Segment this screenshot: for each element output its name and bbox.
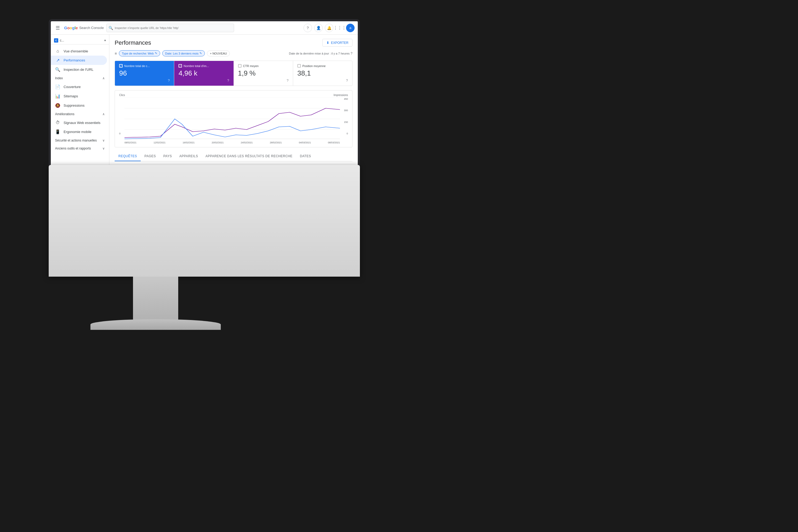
metric-checkbox-ctr[interactable] bbox=[238, 64, 242, 68]
sidebar-label-ergonomie: Ergonomie mobile bbox=[63, 130, 92, 134]
monitor-shell bbox=[49, 165, 360, 277]
add-filter-button[interactable]: + NOUVEAU bbox=[207, 51, 230, 56]
metric-value-position: 38,1 bbox=[298, 69, 348, 77]
tab-dates-label: DATES bbox=[300, 154, 311, 158]
accounts-button[interactable]: 👤 bbox=[314, 24, 323, 32]
metric-card-position[interactable]: Position moyenne 38,1 ? bbox=[293, 61, 352, 86]
securite-section-label: Sécurité et actions manuelles bbox=[55, 138, 97, 142]
securite-section-header[interactable]: Sécurité et actions manuelles ∨ bbox=[51, 136, 109, 145]
metric-value-ctr: 1,9 % bbox=[238, 69, 289, 77]
info-icon[interactable]: ? bbox=[350, 52, 353, 55]
tab-pages[interactable]: PAGES bbox=[141, 152, 159, 161]
sidebar-item-inspection-url[interactable]: 🔍 Inspection de l'URL bbox=[51, 65, 107, 74]
chart-y-left-0: 0 bbox=[119, 132, 125, 135]
notifications-button[interactable]: 🔔 bbox=[325, 24, 333, 32]
sidebar-label-vue-ensemble: Vue d'ensemble bbox=[63, 49, 88, 53]
brand-logo: Google Search Console bbox=[64, 25, 104, 30]
ameliorations-section-header[interactable]: Améliorations ∧ bbox=[51, 110, 109, 118]
metric-card-ctr[interactable]: CTR moyen 1,9 % ? bbox=[234, 61, 293, 86]
hamburger-icon[interactable]: ☰ bbox=[54, 23, 61, 33]
metric-header-ctr: CTR moyen bbox=[238, 64, 289, 68]
metric-value-clics: 96 bbox=[119, 69, 170, 77]
sidebar-item-couverture[interactable]: 📄 Couverture bbox=[51, 82, 107, 92]
trending-icon: ↗ bbox=[55, 58, 60, 63]
monitor-frame: ☰ Google Search Console 🔍 ? 👤 🔔 ⋮⋮⋮ a bbox=[49, 19, 360, 171]
metric-header-clics: ✓ Nombre total de c... bbox=[119, 64, 170, 68]
index-section-header[interactable]: Index ∧ bbox=[51, 74, 109, 82]
sidebar: C c... ▾ ⌂ Vue d'ensemble ↗ Performances… bbox=[51, 35, 109, 169]
chart-x-labels: 08/02/2021 12/02/2021 16/02/2021 20/02/2… bbox=[125, 141, 340, 144]
export-label: EXPORTER bbox=[331, 41, 348, 45]
content-header: Performances ⬇ EXPORTER bbox=[115, 39, 353, 46]
site-icon: C bbox=[54, 38, 58, 42]
nav-icons: ? 👤 🔔 ⋮⋮⋮ a bbox=[304, 24, 355, 32]
chart-axis-labels: Clics Impressions bbox=[119, 94, 348, 97]
tab-pages-label: PAGES bbox=[145, 154, 156, 158]
chart-area: 450 300 150 0 0 bbox=[119, 98, 348, 140]
export-button[interactable]: ⬇ EXPORTER bbox=[322, 39, 353, 46]
sidebar-item-performances[interactable]: ↗ Performances bbox=[51, 56, 107, 65]
monitor-stand-neck bbox=[133, 277, 178, 324]
add-filter-label: + NOUVEAU bbox=[210, 52, 227, 55]
tab-appareils[interactable]: APPAREILS bbox=[175, 152, 202, 161]
metric-header-position: Position moyenne bbox=[298, 64, 348, 68]
tabs-row: REQUÊTES PAGES PAYS APPAREILS APPARENCE … bbox=[115, 152, 353, 162]
metric-checkbox-clics[interactable]: ✓ bbox=[119, 64, 122, 68]
x-label-5: 28/02/2021 bbox=[270, 141, 282, 144]
x-label-2: 16/02/2021 bbox=[183, 141, 195, 144]
sidebar-item-vue-ensemble[interactable]: ⌂ Vue d'ensemble bbox=[51, 46, 107, 56]
tab-dates[interactable]: DATES bbox=[296, 152, 315, 161]
site-dropdown-arrow[interactable]: ▾ bbox=[104, 39, 106, 42]
chart-right-label: Impressions bbox=[334, 94, 348, 97]
edit-icon-search: ✎ bbox=[155, 52, 157, 55]
search-input[interactable] bbox=[107, 24, 234, 32]
sidebar-item-sitemaps[interactable]: 📊 Sitemaps bbox=[51, 92, 107, 101]
metric-checkbox-position[interactable] bbox=[298, 64, 301, 68]
filter-chip-date-label: Date: Les 3 derniers mois bbox=[165, 52, 198, 55]
chart-svg bbox=[125, 98, 340, 140]
export-icon: ⬇ bbox=[326, 41, 329, 45]
filter-chip-date[interactable]: Date: Les 3 derniers mois ✎ bbox=[162, 50, 205, 56]
mobile-icon: 📱 bbox=[55, 129, 60, 134]
anciens-section-header[interactable]: Anciens outils et rapports ∨ bbox=[51, 145, 109, 152]
metric-card-impressions[interactable]: ✓ Nombre total d'im... 4,96 k ? bbox=[174, 61, 233, 86]
coverage-icon: 📄 bbox=[55, 84, 60, 89]
site-selector[interactable]: C c... ▾ bbox=[51, 37, 109, 44]
metric-help-position[interactable]: ? bbox=[346, 78, 348, 82]
sidebar-label-signaux: Signaux Web essentiels bbox=[63, 121, 100, 125]
avatar[interactable]: a bbox=[346, 24, 355, 32]
monitor-stand-base bbox=[91, 319, 221, 330]
ameliorations-section-label: Améliorations bbox=[55, 112, 75, 116]
update-text: Date de la dernière mise à jour : il y a… bbox=[289, 52, 349, 55]
metric-card-clics[interactable]: ✓ Nombre total de c... 96 ? bbox=[115, 61, 174, 86]
anciens-chevron-icon: ∨ bbox=[102, 147, 105, 150]
tab-apparence-label: APPARENCE DANS LES RÉSULTATS DE RECHERCH… bbox=[206, 154, 292, 158]
metric-help-clics[interactable]: ? bbox=[168, 78, 170, 82]
help-button[interactable]: ? bbox=[304, 24, 312, 32]
tab-pays[interactable]: PAYS bbox=[159, 152, 175, 161]
metric-help-impressions[interactable]: ? bbox=[227, 78, 229, 82]
sidebar-item-ergonomie[interactable]: 📱 Ergonomie mobile bbox=[51, 127, 107, 136]
sidebar-item-signaux-web[interactable]: ⏱ Signaux Web essentiels bbox=[51, 118, 107, 127]
sidebar-label-inspection: Inspection de l'URL bbox=[63, 68, 93, 72]
sidebar-item-suppressions[interactable]: 🔕 Suppressions bbox=[51, 101, 107, 110]
tab-apparence[interactable]: APPARENCE DANS LES RÉSULTATS DE RECHERCH… bbox=[202, 152, 296, 161]
metric-checkbox-impressions[interactable]: ✓ bbox=[178, 64, 182, 68]
metrics-row: ✓ Nombre total de c... 96 ? ✓ Nombre tot… bbox=[115, 61, 353, 86]
chart-y-right-0: 0 bbox=[340, 132, 348, 135]
filter-icon: ≡ bbox=[115, 51, 117, 56]
metric-help-ctr[interactable]: ? bbox=[287, 78, 289, 82]
sidebar-label-suppressions: Suppressions bbox=[63, 103, 84, 108]
apps-button[interactable]: ⋮⋮⋮ bbox=[336, 24, 344, 32]
securite-chevron-icon: ∨ bbox=[102, 138, 105, 142]
content-area: Performances ⬇ EXPORTER ≡ Type de recher… bbox=[109, 35, 358, 169]
chart-y-right-450: 450 bbox=[340, 98, 348, 100]
site-name: c... bbox=[60, 39, 103, 42]
tab-requetes-label: REQUÊTES bbox=[118, 154, 137, 158]
filter-chip-search-type[interactable]: Type de recherche: Web ✎ bbox=[119, 50, 160, 56]
tab-requetes[interactable]: REQUÊTES bbox=[115, 152, 141, 161]
tab-pays-label: PAYS bbox=[163, 154, 172, 158]
x-label-1: 12/02/2021 bbox=[153, 141, 166, 144]
home-icon: ⌂ bbox=[55, 49, 60, 54]
impressions-line bbox=[125, 108, 340, 137]
